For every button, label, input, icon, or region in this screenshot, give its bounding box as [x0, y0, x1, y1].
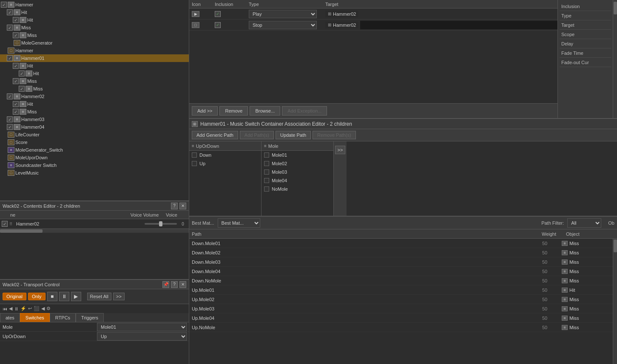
tree-item-miss3[interactable]: ≡Miss	[0, 108, 189, 116]
add-btn[interactable]: Add >>	[192, 106, 218, 116]
tree-item-miss2[interactable]: ≡Miss	[0, 77, 189, 85]
play-type-select[interactable]: Play Stop	[249, 10, 317, 18]
update-path-btn[interactable]: Update Path	[276, 131, 311, 139]
add-generic-path-btn[interactable]: Add Generic Path	[192, 131, 238, 139]
switch-value-select-1[interactable]: Up	[97, 332, 187, 341]
slider-thumb[interactable]	[159, 221, 162, 226]
tree-item-hit1a[interactable]: ≡Hit	[0, 16, 189, 24]
path-row-0[interactable]: Down.Mole0150≡Miss	[189, 239, 613, 248]
tree-item-miss1a[interactable]: ≡Miss	[0, 31, 189, 39]
prop-fade-out-curve[interactable]: Fade-out Cur	[560, 58, 611, 67]
path-row-3[interactable]: Down.Mole0450≡Miss	[189, 267, 613, 276]
remove-btn[interactable]: Remove	[219, 106, 248, 116]
pause-btn[interactable]: ⏸	[59, 292, 69, 301]
tree-checkbox-hammer-root[interactable]	[1, 2, 7, 8]
event-scrollbar-thumb[interactable]	[614, 2, 617, 14]
row-checkbox[interactable]	[2, 221, 8, 227]
transport-close-btn[interactable]: ✕	[179, 281, 186, 288]
tree-item-hammer04[interactable]: ≡Hammer04	[0, 123, 189, 131]
only-btn[interactable]: Only	[28, 293, 45, 300]
stop-inclusion-check[interactable]	[215, 22, 221, 28]
tree-view[interactable]: ≡Hammer≡Hit≡Hit≡Miss≡Miss□MoleGenerator□…	[0, 0, 189, 200]
browse-btn[interactable]: Browse...	[250, 106, 280, 116]
tree-item-hammer01[interactable]: ≡Hammer01	[0, 54, 189, 62]
arrow-btn[interactable]: >>	[335, 146, 345, 154]
transport-pin-btn[interactable]: 📌	[162, 281, 169, 288]
path-row-2[interactable]: Down.Mole0350≡Miss	[189, 257, 613, 267]
prop-scope[interactable]: Scope	[560, 30, 611, 39]
h-scrollbar-thumb[interactable]	[0, 229, 43, 233]
tab-rtpcs[interactable]: RTPCs	[50, 313, 76, 322]
tree-item-hit2[interactable]: ≡Hit	[0, 62, 189, 70]
path-scrollbar[interactable]	[613, 239, 617, 364]
switch-value-select-0[interactable]: Mole01	[97, 323, 187, 331]
prop-fade-time[interactable]: Fade Time	[560, 48, 611, 58]
tree-item-hammer02[interactable]: ≡Hammer02	[0, 93, 189, 100]
tree-item-hammer2[interactable]: □Hammer	[0, 47, 189, 54]
col-item-mole02[interactable]: Mole02	[262, 159, 333, 168]
tree-checkbox-miss1a[interactable]	[13, 32, 19, 38]
tree-checkbox-hammer02[interactable]	[7, 93, 13, 99]
tree-checkbox-hammer01[interactable]	[7, 55, 13, 61]
prop-type[interactable]: Type	[560, 11, 611, 20]
prop-delay[interactable]: Delay	[560, 39, 611, 48]
mode-select[interactable]: Best Mat... Weighted Random Sequence - S…	[218, 218, 260, 228]
tree-item-moleup[interactable]: □MoleUporDown	[0, 154, 189, 161]
tree-checkbox-miss3[interactable]	[13, 109, 19, 115]
col-item-mole03[interactable]: Mole03	[262, 168, 333, 176]
col-check-mole01[interactable]	[264, 152, 269, 158]
original-btn[interactable]: Original	[3, 293, 26, 300]
tab-triggers[interactable]: Triggers	[76, 313, 104, 322]
tree-checkbox-hammer03[interactable]	[7, 116, 13, 122]
tree-item-molegenerator-switch[interactable]: ≡MoleGenerator_Switch	[0, 146, 189, 154]
stop-type-select[interactable]: Stop Play	[249, 21, 317, 29]
tree-checkbox-miss2a[interactable]	[19, 86, 25, 92]
play-inclusion-check[interactable]	[215, 11, 221, 17]
col-check-nomole[interactable]	[264, 186, 269, 192]
tree-item-hit1[interactable]: ≡Hit	[0, 8, 189, 16]
col-item-up[interactable]: Up	[189, 159, 261, 168]
tree-checkbox-miss1[interactable]	[7, 25, 13, 31]
stop-action-btn[interactable]: □	[192, 22, 199, 28]
path-scrollbar-thumb[interactable]	[614, 240, 617, 252]
tree-item-mole-gen[interactable]: □MoleGenerator	[0, 39, 189, 47]
stop-btn[interactable]: ■	[47, 292, 57, 301]
transport-help-btn[interactable]: ?	[171, 281, 178, 288]
tree-item-score[interactable]: □Score	[0, 138, 189, 146]
col-item-mole04[interactable]: Mole04	[262, 176, 333, 185]
prop-target[interactable]: Target	[560, 20, 611, 30]
col-check-mole04[interactable]	[264, 178, 269, 183]
reset-all-btn[interactable]: Reset All	[87, 293, 111, 300]
tree-item-hit2a[interactable]: ≡Hit	[0, 70, 189, 77]
col-item-nomole[interactable]: NoMole	[262, 185, 333, 193]
tree-item-hammer03[interactable]: ≡Hammer03	[0, 116, 189, 123]
path-row-6[interactable]: Up.Mole0250≡Miss	[189, 295, 613, 304]
add-paths-btn[interactable]: Add Path(s)	[240, 131, 274, 139]
tree-checkbox-hammer04[interactable]	[7, 124, 13, 130]
event-row-stop[interactable]: □ Stop Play ⊞ Hammer02	[189, 20, 557, 31]
path-row-4[interactable]: Down.NoMole50≡Miss	[189, 276, 613, 285]
row-drag-handle[interactable]: ⠿	[9, 222, 15, 226]
play-btn[interactable]: ▶	[71, 292, 81, 301]
tree-item-hit3[interactable]: ≡Hit	[0, 100, 189, 108]
add-exception-btn[interactable]: Add Exception...	[282, 106, 327, 116]
tree-checkbox-hit1a[interactable]	[13, 17, 19, 23]
contents-close-btn[interactable]: ✕	[179, 203, 186, 209]
col-check-down[interactable]	[192, 152, 197, 158]
tree-item-miss2a[interactable]: ≡Miss	[0, 85, 189, 93]
tree-item-levelmusic[interactable]: □LevelMusic	[0, 169, 189, 177]
tab-switches[interactable]: Switches	[20, 313, 50, 322]
contents-row[interactable]: ⠿ Hammer02 0	[0, 219, 189, 229]
contents-scrollbar-h[interactable]	[0, 229, 189, 233]
col-check-up[interactable]	[192, 161, 197, 166]
remove-paths-btn[interactable]: Remove Path(s)	[313, 131, 355, 139]
path-row-9[interactable]: Up.NoMole50≡Miss	[189, 323, 613, 332]
path-table-body[interactable]: Down.Mole0150≡MissDown.Mole0250≡MissDown…	[189, 239, 613, 364]
event-row-play[interactable]: ▶ Play Stop ⊞ Hammer02	[189, 8, 557, 20]
col-item-down[interactable]: Down	[189, 151, 261, 159]
play-action-btn[interactable]: ▶	[192, 11, 199, 17]
tree-item-soundcaster[interactable]: ≡Soundcaster Switch	[0, 161, 189, 169]
tree-checkbox-hit1[interactable]	[7, 9, 13, 15]
tree-checkbox-hit2[interactable]	[13, 63, 19, 69]
tree-checkbox-hit3[interactable]	[13, 101, 19, 107]
